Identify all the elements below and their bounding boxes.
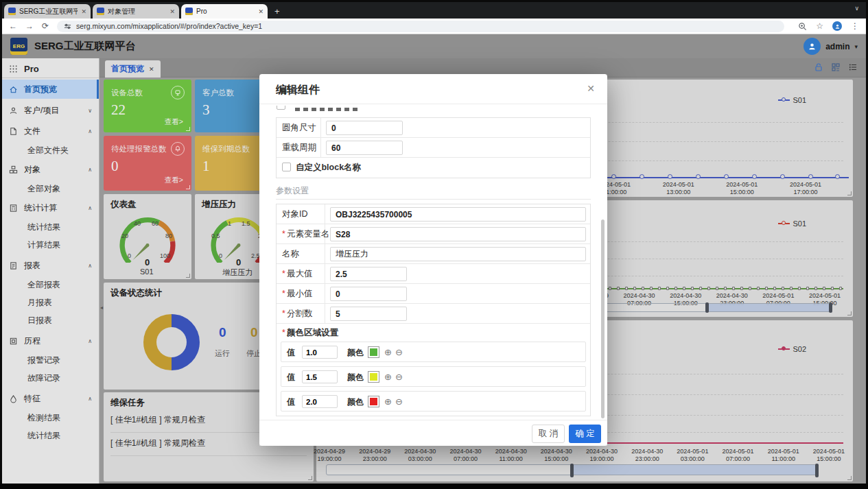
datazoom-right-handle[interactable] [815, 464, 819, 477]
sidebar-item-all-folders[interactable]: 全部文件夹 [2, 141, 99, 159]
sidebar-item-objects[interactable]: 对象 ∧ [2, 159, 99, 180]
confirm-button[interactable]: 确 定 [569, 425, 601, 443]
max-value-input[interactable] [330, 267, 407, 281]
view-link[interactable]: 查看> [165, 117, 183, 127]
browser-tab-strip: SERG工业互联网平台 ✕ 对象管理 ✕ Pro ✕ + ∨ [2, 2, 866, 19]
remove-color-icon[interactable]: ⊖ [395, 367, 403, 387]
modal-footer: 取 消 确 定 [259, 420, 607, 446]
legend-s01[interactable]: S01 [778, 219, 806, 228]
color-swatch-yellow[interactable] [368, 371, 379, 383]
username[interactable]: admin [825, 42, 849, 51]
tab-close-icon[interactable]: ✕ [81, 8, 86, 15]
sidebar-item-features[interactable]: 特征 ∧ [2, 388, 99, 409]
reload-icon[interactable]: ⟳ [42, 21, 49, 31]
reload-period-input[interactable] [326, 141, 403, 155]
datazoom-selection[interactable] [572, 465, 818, 475]
form-row-color-section: *颜色区域设置 [277, 324, 590, 342]
add-color-icon[interactable]: ⊕ [384, 392, 392, 412]
sidebar-item-feature-stat-results[interactable]: 统计结果 [2, 427, 99, 444]
sidebar-app-pro[interactable]: Pro [2, 60, 99, 78]
color-range-row-2: 值 颜色 ⊕ ⊖ [281, 366, 586, 387]
modal-scrollbar[interactable] [601, 219, 605, 418]
legend-s01[interactable]: S01 [778, 96, 806, 104]
chevron-up-icon: ∧ [88, 263, 92, 269]
sidebar-item-home-preview[interactable]: 首页预览 [2, 80, 99, 99]
name-input[interactable] [330, 247, 586, 261]
datazoom-left-handle[interactable] [705, 302, 709, 313]
color-swatch-green[interactable] [368, 346, 379, 358]
sidebar-item-statistics[interactable]: 统计计算 ∧ [2, 198, 99, 218]
x-axis-label: 2024-05-01 11:00:00 [762, 448, 805, 464]
add-color-icon[interactable]: ⊕ [384, 342, 392, 363]
color-value-input[interactable] [302, 395, 338, 408]
sidebar-item-all-objects[interactable]: 全部对象 [2, 180, 99, 198]
tab-close-icon[interactable]: ✕ [169, 8, 175, 15]
close-icon[interactable]: ✕ [587, 83, 595, 94]
sidebar-item-daily-report[interactable]: 日报表 [2, 311, 99, 329]
chevron-up-icon: ∧ [88, 205, 92, 211]
checkbox[interactable] [277, 106, 285, 110]
browser-profile-icon[interactable] [832, 21, 842, 31]
sidebar-item-reports[interactable]: 报表 ∧ [2, 255, 99, 276]
color-range-row-3: 值 颜色 ⊕ ⊖ [281, 391, 586, 412]
min-value-input[interactable] [330, 287, 407, 301]
remove-color-icon[interactable]: ⊖ [395, 342, 403, 363]
url-text[interactable]: serg.mixyun.com/mixapplication/#/pro/ind… [76, 22, 262, 30]
datazoom-left-handle[interactable] [570, 464, 574, 477]
list-icon[interactable] [848, 62, 858, 72]
qr-layout-icon[interactable] [831, 62, 841, 72]
sidebar-item-detection-results[interactable]: 检测结果 [2, 409, 99, 427]
browser-tab-3-active[interactable]: Pro ✕ [181, 4, 268, 19]
close-icon[interactable]: ✕ [149, 66, 154, 73]
sidebar-item-calc-results[interactable]: 计算结果 [2, 236, 99, 254]
person-icon [9, 106, 18, 115]
sidebar-item-all-reports[interactable]: 全部报表 [2, 276, 99, 294]
lock-icon[interactable] [814, 62, 823, 72]
browser-menu-icon[interactable]: ⋮ [851, 21, 859, 31]
back-icon[interactable]: ← [9, 21, 17, 31]
form-row-element-var: *元素变量名 [277, 224, 590, 244]
cancel-button[interactable]: 取 消 [532, 425, 565, 443]
browser-tab-1[interactable]: SERG工业互联网平台 ✕ [4, 4, 91, 19]
color-value-input[interactable] [302, 370, 338, 383]
checkbox[interactable] [282, 163, 291, 171]
add-color-icon[interactable]: ⊕ [384, 367, 392, 387]
user-menu[interactable]: admin ▾ [804, 38, 858, 55]
chevron-up-icon: ∧ [88, 338, 92, 344]
bookmark-star-icon[interactable]: ☆ [816, 21, 823, 31]
chevron-down-icon: ∨ [88, 108, 92, 114]
new-tab-button[interactable]: + [274, 4, 280, 19]
tab-close-icon[interactable]: ✕ [258, 8, 263, 15]
sidebar-item-monthly-report[interactable]: 月报表 [2, 294, 99, 311]
view-link[interactable]: 查看> [165, 176, 183, 185]
sidebar-item-files[interactable]: 文件 ∧ [2, 121, 99, 141]
browser-tab-2[interactable]: 对象管理 ✕ [93, 4, 179, 19]
color-swatch-red[interactable] [368, 396, 379, 407]
site-settings-icon[interactable] [64, 23, 71, 30]
corner-radius-input[interactable] [326, 121, 403, 135]
sidebar-collapse-icon[interactable]: ◂ [100, 305, 103, 311]
color-value-input[interactable] [302, 346, 338, 359]
sidebar-item-fault-records[interactable]: 故障记录 [2, 369, 99, 387]
x-axis-label: 2024-04-30 07:00:00 [445, 448, 487, 464]
browser-actions: ☆ ⋮ [798, 21, 859, 31]
sidebar-item-history[interactable]: 历程 ∧ [2, 331, 99, 351]
page-tab-home-preview[interactable]: 首页预览 ✕ [105, 60, 161, 77]
sidebar-item-stat-results[interactable]: 统计结果 [2, 218, 99, 236]
legend-s02[interactable]: S02 [778, 345, 806, 353]
url-pill[interactable]: serg.mixyun.com/mixapplication/#/pro/ind… [57, 21, 784, 32]
datazoom-selection[interactable] [707, 304, 831, 311]
avatar[interactable] [804, 38, 821, 55]
forward-icon[interactable]: → [25, 21, 34, 31]
sidebar-item-customers[interactable]: 客户/项目 ∨ [2, 100, 99, 121]
remove-color-icon[interactable]: ⊖ [395, 392, 403, 412]
split-count-input[interactable] [330, 307, 407, 321]
tab-search-caret-icon[interactable]: ∨ [854, 5, 859, 12]
x-axis-label: 2024-04-30 19:00:00 [580, 448, 623, 464]
datazoom-right-handle[interactable] [829, 302, 832, 313]
datazoom-slider[interactable] [326, 464, 817, 475]
object-id-input[interactable] [330, 207, 586, 222]
sidebar-item-alarm-records[interactable]: 报警记录 [2, 351, 99, 369]
element-var-input[interactable] [330, 227, 586, 241]
zoom-icon[interactable] [798, 22, 807, 31]
